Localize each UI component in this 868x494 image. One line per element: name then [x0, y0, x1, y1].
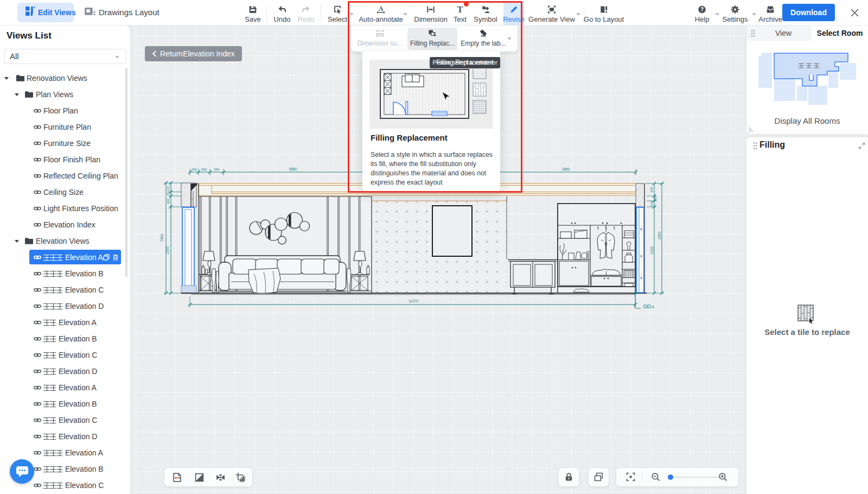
svg-text:5880: 5880: [289, 167, 297, 171]
svg-text:300: 300: [167, 198, 170, 204]
svg-text:2200: 2200: [165, 246, 169, 254]
svg-text:2220: 2220: [650, 246, 654, 254]
svg-text:200: 200: [192, 168, 197, 171]
svg-text:?: ?: [700, 7, 704, 12]
svg-text:225: 225: [167, 186, 170, 192]
svg-text:70: 70: [167, 192, 170, 196]
svg-text:340: 340: [214, 168, 220, 171]
svg-text:3650: 3650: [562, 167, 570, 171]
svg-text:300: 300: [201, 168, 207, 171]
svg-text:2850: 2850: [658, 231, 661, 239]
svg-text:11370: 11370: [409, 299, 418, 303]
svg-text:180: 180: [654, 196, 657, 202]
svg-text:300: 300: [650, 187, 653, 193]
svg-text:A: A: [652, 305, 655, 309]
svg-text:7800: 7800: [160, 233, 164, 242]
svg-text:120: 120: [650, 201, 653, 207]
